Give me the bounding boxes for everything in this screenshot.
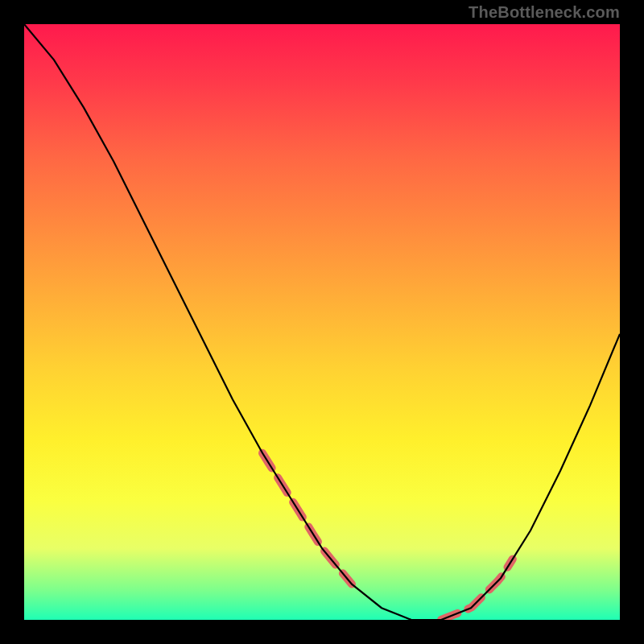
highlight-segment-right	[441, 559, 513, 621]
highlight-segment-left	[262, 453, 352, 584]
chart-frame: TheBottleneck.com	[0, 0, 644, 644]
watermark-text: TheBottleneck.com	[469, 3, 620, 22]
plot-area	[24, 24, 620, 620]
curve-svg	[24, 24, 620, 620]
bottleneck-curve	[24, 24, 620, 620]
